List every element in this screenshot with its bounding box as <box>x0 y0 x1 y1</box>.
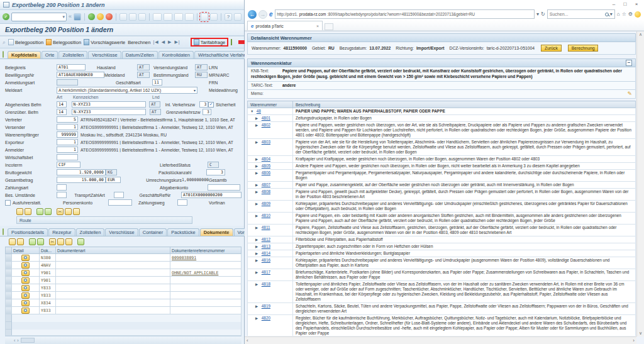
warennummer-link[interactable]: 4803 <box>262 140 270 144</box>
row-selector[interactable] <box>6 284 12 292</box>
row-selector[interactable] <box>6 277 12 284</box>
tree-arrow-icon[interactable]: ▶ <box>255 183 260 187</box>
scroll-down-icon[interactable]: ∨ <box>639 331 642 336</box>
sicherheit-checkbox[interactable]: ✓ <box>208 102 214 108</box>
tree-arrow-icon[interactable]: ▶ <box>255 140 260 145</box>
row-selector[interactable] <box>6 299 12 307</box>
zurueck-button[interactable]: Zurück <box>541 45 562 52</box>
hausland-field[interactable]: AT <box>137 64 150 70</box>
warennummer-link[interactable]: 4813 <box>262 244 270 248</box>
vorschlagswerte-button[interactable]: Vorschlagswerte <box>84 39 125 45</box>
tree-arrow-icon[interactable]: ▶ <box>255 282 260 287</box>
url-field[interactable]: http://pdrz1.prodata-rz.com:8099/sap/bc/… <box>275 9 535 19</box>
nav-prev-icon[interactable]: ◀ <box>162 40 165 45</box>
belegkreis-field[interactable]: AT01 <box>57 64 86 70</box>
shortcut-icon[interactable] <box>210 13 218 21</box>
lieferbedstatus-field[interactable]: C <box>208 162 219 168</box>
first-page-icon[interactable] <box>153 13 162 21</box>
transprtzahlart-field[interactable] <box>114 192 124 198</box>
back-icon[interactable] <box>88 13 95 20</box>
search-icon[interactable] <box>605 13 609 16</box>
row-selector[interactable] <box>6 307 12 314</box>
personenkonto-field[interactable] <box>108 199 132 206</box>
warennummer-link[interactable]: 4812 <box>262 237 270 241</box>
cut-doc-icon[interactable]: ✂ <box>49 238 56 245</box>
footer-scrollbar[interactable] <box>21 338 35 343</box>
bewilligungsnr-field[interactable]: AT10AUEX000KE0 <box>57 72 104 78</box>
belegposition-copy-button[interactable]: Belegposition <box>46 39 81 45</box>
tree-arrow-icon[interactable]: ▶ <box>255 190 260 194</box>
settings-icon[interactable]: ⚙ <box>628 11 633 17</box>
gesamtbetrag-currency-field[interactable]: EUR <box>106 177 121 183</box>
warennummer-link[interactable]: 4818 <box>262 282 270 286</box>
back-icon[interactable]: ← <box>248 10 257 19</box>
home-icon[interactable]: ⌂ <box>617 11 620 17</box>
header-tab[interactable]: Datum/Zeiten <box>122 51 158 58</box>
bestimmungsland-field[interactable]: RU <box>195 72 208 78</box>
warennummer-link[interactable]: 4808 <box>262 189 270 194</box>
header-tab[interactable]: Kontrolldaten <box>158 51 194 58</box>
folder-icon[interactable] <box>3 228 4 235</box>
cancel-icon[interactable] <box>106 13 113 20</box>
nav-first-icon[interactable]: |◀ <box>153 40 158 45</box>
row-selector[interactable] <box>6 262 12 269</box>
gesamtbetrag-field[interactable]: 15.000,00 <box>57 177 106 183</box>
position-tab[interactable]: Rezeptur <box>48 228 75 236</box>
position-tab[interactable]: Packstücke <box>167 228 199 236</box>
tarifabfrage-button[interactable]: Tarifabfrage <box>194 39 226 45</box>
dok-code-cell[interactable]: Y901 <box>40 277 56 284</box>
browser-tab[interactable]: e prodata pTaric × <box>247 21 323 30</box>
header-tab[interactable]: Kopfdetails <box>8 51 41 58</box>
prev-page-icon[interactable] <box>164 13 172 21</box>
copy-row-icon[interactable] <box>25 208 31 215</box>
grenz-kz-field[interactable]: N-XYZ33 <box>72 109 146 115</box>
tree-arrow-icon[interactable]: ▶ <box>255 123 260 128</box>
warennummer-link[interactable]: 4802 <box>262 123 270 127</box>
scroll-left-icon[interactable]: ‹ <box>247 338 248 343</box>
position-tab[interactable]: Verschlüsse <box>105 228 138 236</box>
detail-icon[interactable] <box>21 270 30 276</box>
header-tab[interactable]: Orte <box>42 51 58 58</box>
services-icon[interactable]: ⌕ <box>3 40 6 45</box>
dokumentenart-cell[interactable] <box>56 277 170 284</box>
warennummer-link[interactable]: 4801 <box>262 116 270 120</box>
warennummer-link[interactable]: 4810 <box>262 213 270 218</box>
anmeldungsart-field[interactable] <box>57 79 78 86</box>
new-doc-icon[interactable] <box>9 238 16 245</box>
tree-arrow-icon[interactable]: ▶ <box>255 304 260 309</box>
versender-nr-field[interactable]: 1 <box>57 124 78 130</box>
tree-arrow-icon[interactable]: ▶ <box>255 157 260 162</box>
new-row-icon[interactable] <box>16 208 23 215</box>
header-tab[interactable]: Zollstellen <box>58 51 87 58</box>
nav-next-icon[interactable]: ▶ <box>168 40 172 45</box>
search-input[interactable]: Suchen... ▾ <box>547 9 615 19</box>
detail-icon[interactable] <box>21 255 30 261</box>
dokref-link[interactable]: OHNE/NOT APPLICABLE <box>172 270 218 275</box>
dokref-link[interactable]: 0090038091 <box>172 255 196 260</box>
scroll-right-icon[interactable]: › <box>633 338 635 343</box>
berechnung-button[interactable]: Berechnung <box>568 45 599 52</box>
col-warennummer[interactable]: Warennummer <box>248 101 293 108</box>
folder-icon[interactable] <box>3 51 4 58</box>
next-page-icon[interactable] <box>174 13 183 21</box>
tree-arrow-icon[interactable]: ▶ <box>255 214 260 218</box>
besumstaende-field[interactable] <box>57 192 67 198</box>
col-beschreibung[interactable]: Beschreibung <box>293 101 636 108</box>
zahlungsweg-field[interactable] <box>177 199 187 206</box>
save-icon[interactable] <box>74 13 81 21</box>
nav-last-icon[interactable]: ▶| <box>174 40 180 45</box>
warennummer-link[interactable]: 4814 <box>262 251 270 255</box>
warennummer-link[interactable]: 4817 <box>262 270 270 274</box>
tree-arrow-icon[interactable]: ▶ <box>255 164 260 169</box>
delete-doc-icon[interactable] <box>37 238 44 245</box>
packstueckanzahl-field[interactable]: 3 <box>206 169 225 175</box>
url-dropdown-icon[interactable]: ▾ <box>536 11 539 17</box>
insert-doc-icon[interactable] <box>29 238 36 245</box>
versendungsland-field[interactable]: AT <box>195 64 208 70</box>
position-tab[interactable]: Positionsdetails <box>8 228 48 236</box>
position-tab[interactable]: Dokumente <box>200 228 233 236</box>
warennummer-link[interactable]: 4807 <box>262 182 270 187</box>
horizontal-scrollbar[interactable]: ‹ › <box>245 336 636 344</box>
row-selector[interactable] <box>6 254 12 262</box>
col-dokumentenart[interactable]: Dokumentenart <box>56 247 170 254</box>
